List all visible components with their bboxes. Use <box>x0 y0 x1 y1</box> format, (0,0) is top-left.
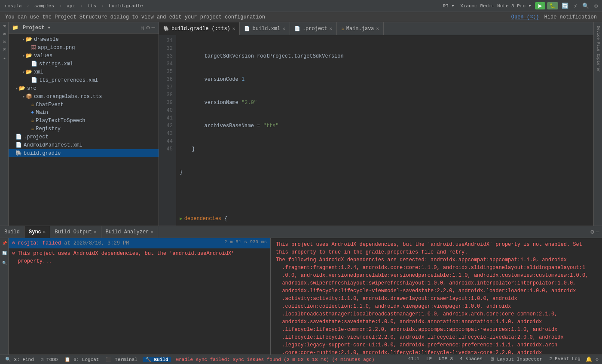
tree-item-src[interactable]: ▾ 📂 src <box>9 84 159 92</box>
right-sidebar: Device File Explorer <box>593 22 602 226</box>
tree-item-tts-prefs[interactable]: 📄 tts_preferences.xml <box>9 76 159 84</box>
status-notifications-icon[interactable]: 🔔 <box>586 356 592 363</box>
code-lines: targetSdkVersion rootProject.targetSdkVe… <box>176 35 593 226</box>
status-indent[interactable]: 4 spaces <box>458 356 484 363</box>
tab-build-analyzer[interactable]: Build Analyzer ✕ <box>101 226 158 238</box>
top-bar: rcsjta › samples › api › tts › build.gra… <box>0 0 602 12</box>
notification-hide-button[interactable]: Hide notification <box>544 14 597 20</box>
project-sidebar-icon[interactable]: P <box>1 22 7 30</box>
panel-gear-icon[interactable]: ⚙ <box>146 24 150 31</box>
build-error-text: This project uses AndroidX dependencies,… <box>18 250 267 265</box>
tab-build-analyzer-close[interactable]: ✕ <box>150 229 153 235</box>
tab-sync[interactable]: Sync ✕ <box>24 226 50 238</box>
androidmanifest-file-icon: 📄 <box>15 142 22 148</box>
build-failed-title: rcsjta: failed at 2020/8/10, 3:29 PM <box>18 239 129 247</box>
device-dropdown[interactable]: Xiaomi Redmi Note 8 Pro ▾ <box>458 2 533 9</box>
layout-inspector-label[interactable]: 🖥 Layout Inspector <box>488 356 544 363</box>
tree-item-app-icon[interactable]: 🖼 app_icon.png <box>9 43 159 52</box>
tab-buildxml-label: build.xml <box>252 26 280 32</box>
package-label: com.orangelabs.rcs.tts <box>34 94 102 100</box>
device-file-explorer-label[interactable]: Device File Explorer <box>595 22 601 76</box>
tab-project-icon: 📄 <box>294 26 300 31</box>
breadcrumb-buildgradle[interactable]: build.gradle <box>107 3 145 9</box>
run-button[interactable]: ▶ <box>535 2 545 9</box>
tree-item-buildgradle[interactable]: 🐘 build.gradle <box>9 149 159 157</box>
lens-label[interactable]: 🔍 <box>1 258 7 268</box>
profile-icon[interactable]: ⚡ <box>572 2 579 10</box>
tab-sync-close[interactable]: ✕ <box>43 229 46 235</box>
project-folder-icon: 📁 <box>12 24 18 31</box>
tab-build-output[interactable]: Build Output ✕ <box>50 226 101 238</box>
search-everywhere-icon[interactable]: 🔍 <box>581 2 591 10</box>
panel-minimize-button[interactable]: — <box>152 24 155 31</box>
resource-manager-icon[interactable]: R <box>1 30 7 38</box>
tab-build[interactable]: Build <box>0 226 24 238</box>
tab-project[interactable]: 📄 .project ✕ <box>290 22 337 35</box>
tab-build-output-close[interactable]: ✕ <box>94 229 97 235</box>
tts-prefs-label: tts_preferences.xml <box>39 77 98 83</box>
code-content: 31 32 33 34 35 36 37 38 39 40 41 42 43 4… <box>159 35 593 226</box>
status-settings-icon[interactable]: ⚙ <box>596 356 599 363</box>
strings-file-icon: 📄 <box>31 61 37 67</box>
tree-item-strings[interactable]: 📄 strings.xml <box>9 60 159 68</box>
tab-build-analyzer-label: Build Analyzer <box>106 229 149 235</box>
tab-buildxml[interactable]: 📄 build.xml ✕ <box>240 22 290 35</box>
src-folder-icon: 📂 <box>19 85 25 92</box>
breadcrumb-api[interactable]: api <box>64 3 77 9</box>
tree-item-main[interactable]: ● Main <box>9 109 159 116</box>
left-sidebar: P R S B ★ <box>0 22 9 226</box>
values-label: values <box>34 53 52 59</box>
bottom-minimize-button[interactable]: — <box>596 228 599 236</box>
status-lf[interactable]: LF <box>425 356 434 363</box>
notification-open-link[interactable]: Open (⌘;) <box>511 14 539 20</box>
bottom-panel: Build Sync ✕ Build Output ✕ Build Analyz… <box>0 226 602 355</box>
code-line-32: versionCode 1 <box>180 76 590 83</box>
tab-buildgradle-tts[interactable]: 🐘 build.gradle (:tts) ✕ <box>159 22 240 35</box>
status-terminal[interactable]: ⬛ Terminal <box>104 357 139 362</box>
tree-item-drawable[interactable]: ▾ 📂 drawable <box>9 35 159 43</box>
panel-sync-button[interactable]: ⇅ <box>141 24 144 31</box>
tab-build-output-label: Build Output <box>55 229 92 235</box>
build-item-failed[interactable]: ⊗ rcsjta: failed at 2020/8/10, 3:29 PM 2… <box>9 238 270 248</box>
sync-icon[interactable]: 🔄 <box>560 2 570 10</box>
build-variants-icon[interactable]: B <box>1 46 7 53</box>
breadcrumb-rcsjta[interactable]: rcsjta <box>3 3 24 9</box>
tree-item-package[interactable]: ▾ 📦 com.orangelabs.rcs.tts <box>9 92 159 101</box>
pin-label[interactable]: 📌 <box>1 238 7 248</box>
tab-buildxml-close[interactable]: ✕ <box>282 26 285 31</box>
tab-build-label: Build <box>4 229 20 235</box>
tree-item-chatevent[interactable]: ☕ ChatEvent <box>9 101 159 109</box>
gutter-run-icon[interactable]: ▶ <box>180 215 183 223</box>
tree-item-registry[interactable]: ☕ Registry <box>9 125 159 133</box>
tab-mainjava[interactable]: ☕ Main.java ✕ <box>337 22 384 35</box>
debug-button[interactable]: 🐛 <box>547 2 558 9</box>
tree-item-values[interactable]: ▾ 📂 values <box>9 52 159 60</box>
status-encoding[interactable]: UTF-8 <box>437 356 455 363</box>
status-build[interactable]: 🔨 Build <box>143 357 171 362</box>
run-config-dropdown[interactable]: RI ▾ <box>441 2 456 9</box>
sync-label[interactable]: 🔄 <box>1 248 7 258</box>
tab-buildgradle-close[interactable]: ✕ <box>232 26 235 31</box>
tree-item-project-file[interactable]: 📄 .project <box>9 133 159 141</box>
favorites-icon[interactable]: ★ <box>1 53 7 63</box>
app-icon-label: app_icon.png <box>38 45 75 51</box>
tab-project-close[interactable]: ✕ <box>330 26 333 31</box>
project-panel-header: 📁 Project ▾ ⇅ ⚙ — <box>9 22 159 34</box>
bottom-settings-icon[interactable]: ⚙ <box>590 228 594 236</box>
tree-item-xml[interactable]: ▾ 📂 xml <box>9 68 159 76</box>
settings-icon[interactable]: ⚙ <box>593 2 599 10</box>
event-log-label[interactable]: 2 Event Log <box>547 356 582 363</box>
breadcrumb-samples[interactable]: samples <box>32 3 56 9</box>
tree-item-androidmanifest[interactable]: 📄 AndroidManifest.xml <box>9 141 159 149</box>
code-line-31: targetSdkVersion rootProject.targetSdkVe… <box>180 52 590 60</box>
status-find[interactable]: 🔍 3: Find <box>3 357 36 362</box>
tab-mainjava-close[interactable]: ✕ <box>376 26 379 31</box>
registry-file-icon: ☕ <box>31 125 34 132</box>
status-logcat[interactable]: 📋 6: Logcat <box>63 357 101 362</box>
code-editor[interactable]: 31 32 33 34 35 36 37 38 39 40 41 42 43 4… <box>159 35 593 226</box>
breadcrumb-tts[interactable]: tts <box>86 3 98 9</box>
status-todo[interactable]: ☑ TODO <box>39 357 60 362</box>
structure-icon[interactable]: S <box>1 38 7 46</box>
tree-item-playtts[interactable]: ☕ PlayTextToSpeech <box>9 116 159 125</box>
build-item-androidx-error[interactable]: ⊗ This project uses AndroidX dependencie… <box>9 248 270 266</box>
